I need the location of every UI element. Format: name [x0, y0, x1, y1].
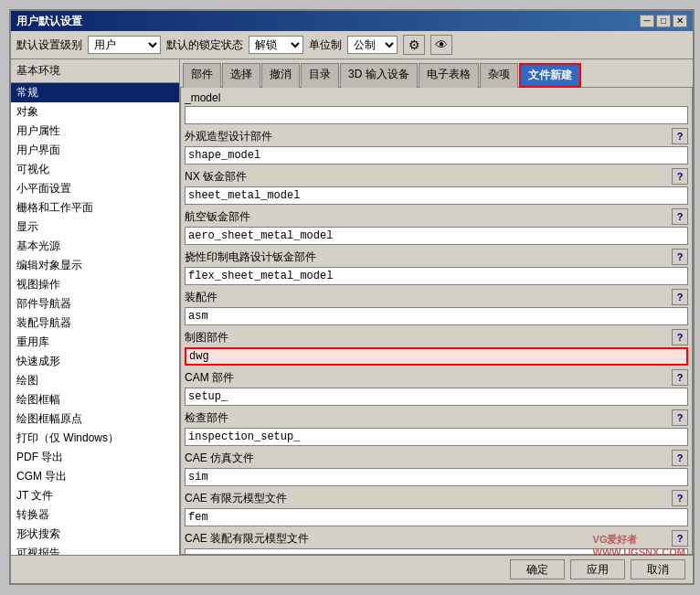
help-btn-2[interactable]: ?	[672, 168, 688, 185]
left-list-item-5[interactable]: 小平面设置	[11, 179, 179, 198]
tab-2[interactable]: 撤消	[261, 63, 300, 88]
right-panel: 部件选择撤消目录3D 输入设备电子表格杂项文件新建 _model外观造型设计部件…	[180, 59, 693, 555]
left-list-item-15[interactable]: 绘图	[11, 371, 179, 390]
help-btn-3[interactable]: ?	[672, 208, 688, 225]
tab-4[interactable]: 3D 输入设备	[340, 63, 418, 88]
title-bar: 用户默认设置 ─ □ ✕	[11, 11, 693, 31]
tab-3[interactable]: 目录	[301, 63, 339, 88]
maximize-button[interactable]: □	[656, 15, 671, 27]
field-input-0[interactable]	[185, 106, 688, 124]
form-group-3: 航空钣金部件?	[185, 208, 688, 245]
level-select[interactable]: 用户	[88, 36, 161, 54]
help-btn-5[interactable]: ?	[672, 289, 688, 305]
field-input-5[interactable]	[185, 307, 688, 325]
help-btn-10[interactable]: ?	[672, 490, 688, 506]
left-panel-header: 基本环境	[11, 59, 179, 83]
settings-icon-btn[interactable]: ⚙	[403, 35, 425, 55]
field-input-2[interactable]	[185, 186, 688, 205]
field-label-8: 检查部件	[185, 410, 228, 426]
field-label-5: 装配件	[185, 290, 217, 305]
left-list-item-3[interactable]: 用户界面	[11, 141, 179, 160]
help-btn-7[interactable]: ?	[672, 369, 688, 386]
unit-select[interactable]: 公制	[347, 36, 398, 54]
left-list-item-8[interactable]: 基本光源	[11, 237, 179, 256]
form-group-1: 外观造型设计部件?	[185, 128, 688, 165]
field-label-10: CAE 有限元模型文件	[185, 491, 287, 506]
form-group-2: NX 钣金部件?	[185, 168, 688, 205]
content-area: 基本环境 常规对象用户属性用户界面可视化小平面设置栅格和工作平面显示基本光源编辑…	[11, 59, 693, 555]
field-input-6[interactable]	[185, 347, 688, 366]
left-list-item-22[interactable]: 转换器	[11, 505, 179, 525]
left-list-item-13[interactable]: 重用库	[11, 333, 179, 352]
field-input-8[interactable]	[185, 428, 688, 446]
title-bar-buttons: ─ □ ✕	[640, 15, 687, 27]
field-label-7: CAM 部件	[185, 370, 234, 386]
tab-1[interactable]: 选择	[222, 63, 260, 88]
main-dialog: 用户默认设置 ─ □ ✕ 默认设置级别 用户 默认的锁定状态 解锁 单位制 公制…	[9, 9, 695, 585]
left-panel-list[interactable]: 常规对象用户属性用户界面可视化小平面设置栅格和工作平面显示基本光源编辑对象显示视…	[11, 83, 179, 555]
left-list-item-9[interactable]: 编辑对象显示	[11, 256, 179, 275]
form-group-11: CAE 装配有限元模型文件?	[185, 530, 688, 555]
left-list-item-11[interactable]: 部件导航器	[11, 294, 179, 313]
field-label-1: 外观造型设计部件	[185, 129, 272, 144]
left-list-item-21[interactable]: JT 文件	[11, 486, 179, 505]
left-list-item-10[interactable]: 视图操作	[11, 275, 179, 294]
tab-6[interactable]: 杂项	[480, 63, 518, 88]
bottom-btn-1[interactable]: 应用	[570, 559, 625, 579]
form-group-7: CAM 部件?	[185, 369, 688, 406]
help-btn-4[interactable]: ?	[672, 249, 688, 265]
field-input-9[interactable]	[185, 468, 688, 486]
field-input-4[interactable]	[185, 267, 688, 285]
help-btn-8[interactable]: ?	[672, 409, 688, 426]
field-input-3[interactable]	[185, 227, 688, 245]
form-group-5: 装配件?	[185, 289, 688, 325]
left-list-item-16[interactable]: 绘图框幅	[11, 390, 179, 409]
left-list-item-24[interactable]: 可视报告	[11, 544, 179, 555]
left-panel: 基本环境 常规对象用户属性用户界面可视化小平面设置栅格和工作平面显示基本光源编辑…	[11, 59, 180, 555]
help-btn-9[interactable]: ?	[672, 450, 688, 466]
field-label-9: CAE 仿真文件	[185, 451, 254, 466]
bottom-btn-0[interactable]: 确定	[510, 559, 565, 579]
field-input-1[interactable]	[185, 146, 688, 165]
field-input-10[interactable]	[185, 508, 688, 526]
left-list-item-7[interactable]: 显示	[11, 218, 179, 237]
field-label-4: 挠性印制电路设计钣金部件	[185, 250, 316, 265]
help-btn-6[interactable]: ?	[672, 329, 688, 345]
minimize-button[interactable]: ─	[640, 15, 654, 27]
tab-5[interactable]: 电子表格	[419, 63, 479, 88]
help-btn-1[interactable]: ?	[672, 128, 688, 144]
left-list-item-0[interactable]: 常规	[11, 83, 179, 102]
form-group-10: CAE 有限元模型文件?	[185, 490, 688, 526]
left-list-item-2[interactable]: 用户属性	[11, 122, 179, 141]
left-list-item-1[interactable]: 对象	[11, 102, 179, 122]
field-label-6: 制图部件	[185, 330, 228, 345]
bottom-btn-2[interactable]: 取消	[631, 559, 685, 579]
view-icon-btn[interactable]: 👁	[430, 35, 452, 55]
left-list-item-19[interactable]: PDF 导出	[11, 448, 179, 467]
left-list-item-14[interactable]: 快速成形	[11, 352, 179, 371]
bottom-bar: 确定应用取消	[11, 555, 693, 583]
field-label-3: 航空钣金部件	[185, 209, 250, 225]
close-button[interactable]: ✕	[673, 15, 687, 27]
tabs-area: 部件选择撤消目录3D 输入设备电子表格杂项文件新建	[180, 59, 693, 87]
tab-7[interactable]: 文件新建	[519, 63, 581, 88]
tab-0[interactable]: 部件	[183, 63, 221, 88]
left-list-item-18[interactable]: 打印（仅 Windows）	[11, 429, 179, 448]
left-list-item-4[interactable]: 可视化	[11, 160, 179, 179]
left-list-item-6[interactable]: 栅格和工作平面	[11, 198, 179, 218]
left-list-item-12[interactable]: 装配导航器	[11, 313, 179, 333]
field-input-11[interactable]	[185, 548, 688, 555]
lock-select[interactable]: 解锁	[249, 36, 303, 54]
form-group-6: 制图部件?	[185, 329, 688, 366]
right-content: _model外观造型设计部件?NX 钣金部件?航空钣金部件?挠性印制电路设计钣金…	[180, 87, 693, 555]
left-list-item-17[interactable]: 绘图框幅原点	[11, 409, 179, 429]
toolbar: 默认设置级别 用户 默认的锁定状态 解锁 单位制 公制 ⚙ 👁	[11, 31, 693, 59]
help-btn-11[interactable]: ?	[672, 530, 688, 547]
left-list-item-23[interactable]: 形状搜索	[11, 525, 179, 544]
left-list-item-20[interactable]: CGM 导出	[11, 467, 179, 486]
form-group-9: CAE 仿真文件?	[185, 450, 688, 486]
field-label-2: NX 钣金部件	[185, 169, 247, 185]
field-input-7[interactable]	[185, 388, 688, 406]
toolbar-level-label: 默认设置级别	[16, 37, 82, 53]
form-group-8: 检查部件?	[185, 409, 688, 446]
